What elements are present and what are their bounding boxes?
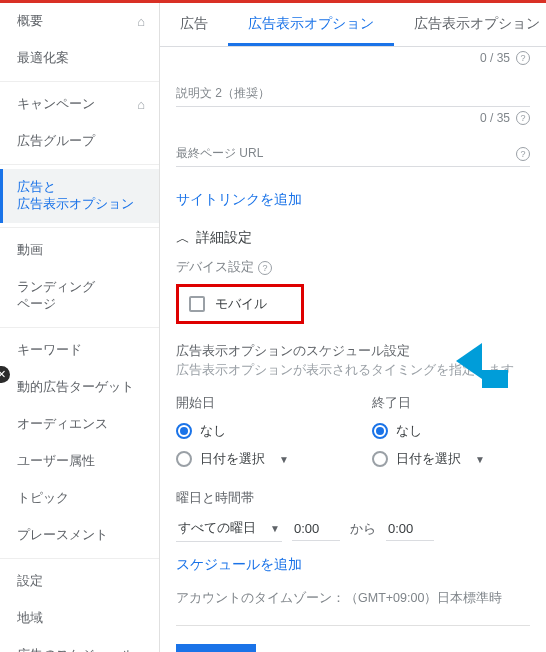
sidebar-item-label: トピック	[17, 491, 69, 505]
field-label-final-url: 最終ページ URL	[176, 145, 263, 162]
sidebar-item-label: キャンペーン	[17, 96, 95, 113]
help-icon[interactable]: ?	[516, 147, 530, 161]
mobile-checkbox-highlight: モバイル	[176, 284, 304, 324]
sidebar: 概要 ⌂ 最適化案 キャンペーン ⌂ 広告グループ 広告と 広告表示オプション …	[0, 3, 160, 652]
chevron-down-icon: ▼	[270, 523, 280, 534]
schedule-title: 広告表示オプションのスケジュール設定	[176, 342, 530, 360]
add-sitelink-link[interactable]: サイトリンクを追加	[176, 191, 302, 209]
sidebar-item-adschedule[interactable]: 広告のスケジュール	[0, 637, 159, 652]
char-counter: 0 / 35	[480, 111, 510, 125]
sidebar-item-recommendations[interactable]: 最適化案	[0, 40, 159, 77]
radio-label: なし	[200, 422, 226, 440]
radio-icon	[372, 451, 388, 467]
radio-icon	[176, 423, 192, 439]
home-icon: ⌂	[137, 14, 145, 29]
radio-label: なし	[396, 422, 422, 440]
sidebar-item-label: ページ	[17, 296, 145, 313]
time-to-input[interactable]: 0:00	[386, 517, 434, 541]
add-schedule-link[interactable]: スケジュールを追加	[176, 556, 302, 574]
dow-select-value: すべての曜日	[178, 519, 256, 537]
sidebar-divider	[0, 558, 159, 559]
chevron-up-icon: ︿	[176, 230, 190, 248]
sidebar-item-label: プレースメント	[17, 528, 108, 542]
sidebar-item-ads-extensions[interactable]: 広告と 広告表示オプション	[0, 169, 159, 223]
sidebar-item-label: 広告のスケジュール	[17, 648, 134, 652]
home-icon: ⌂	[137, 97, 145, 112]
sidebar-item-video[interactable]: 動画	[0, 232, 159, 269]
tabs: 広告 広告表示オプション 広告表示オプション（	[160, 3, 546, 47]
radio-icon	[372, 423, 388, 439]
sidebar-item-label: ランディング	[17, 280, 95, 294]
sidebar-item-label: オーディエンス	[17, 417, 108, 431]
divider	[176, 625, 530, 626]
sidebar-item-label: 最適化案	[17, 51, 69, 65]
dow-label: 曜日と時間帯	[176, 490, 530, 507]
radio-icon	[176, 451, 192, 467]
tab-ad-extensions[interactable]: 広告表示オプション	[228, 3, 394, 46]
chevron-down-icon: ▼	[279, 454, 289, 465]
save-button[interactable]: 保存	[176, 644, 256, 652]
from-label: から	[350, 520, 376, 538]
sidebar-item-locations[interactable]: 地域	[0, 600, 159, 637]
dow-select[interactable]: すべての曜日 ▼	[176, 515, 282, 542]
radio-label: 日付を選択	[396, 450, 461, 468]
chevron-down-icon: ▼	[475, 454, 485, 465]
sidebar-item-audiences[interactable]: オーディエンス	[0, 406, 159, 443]
tab-ad-extensions-2[interactable]: 広告表示オプション（	[394, 3, 546, 46]
start-radio-none[interactable]: なし	[176, 422, 316, 440]
sidebar-item-label: 設定	[17, 574, 43, 588]
radio-label: 日付を選択	[200, 450, 265, 468]
char-counter: 0 / 35	[480, 51, 510, 65]
sidebar-item-label: ユーザー属性	[17, 454, 95, 468]
sidebar-item-placements[interactable]: プレースメント	[0, 517, 159, 554]
field-label-desc2: 説明文 2（推奨）	[176, 85, 270, 102]
start-radio-date[interactable]: 日付を選択 ▼	[176, 450, 316, 468]
sidebar-item-label: 広告表示オプション	[17, 196, 145, 213]
timezone-note: アカウントのタイムゾーン：（GMT+09:00）日本標準時	[176, 590, 530, 607]
tab-ads[interactable]: 広告	[160, 3, 228, 46]
sidebar-divider	[0, 327, 159, 328]
mobile-checkbox-label: モバイル	[215, 295, 267, 313]
sidebar-divider	[0, 227, 159, 228]
sidebar-item-label: 広告と	[17, 180, 56, 194]
help-icon[interactable]: ?	[516, 51, 530, 65]
sidebar-item-keywords[interactable]: キーワード	[0, 332, 159, 369]
advanced-settings-toggle[interactable]: ︿ 詳細設定	[176, 229, 530, 247]
sidebar-item-label: 地域	[17, 611, 43, 625]
advanced-settings-label: 詳細設定	[196, 229, 252, 247]
sidebar-item-label: キーワード	[17, 343, 82, 357]
sidebar-item-settings[interactable]: 設定	[0, 563, 159, 600]
sidebar-item-adgroups[interactable]: 広告グループ	[0, 123, 159, 160]
sidebar-item-label: 動的広告ターゲット	[17, 380, 134, 394]
content: 0 / 35 ? 説明文 2（推奨） 0 / 35 ? 最終ページ URL ?	[160, 47, 546, 652]
end-radio-none[interactable]: なし	[372, 422, 512, 440]
sidebar-item-landing[interactable]: ランディング ページ	[0, 269, 159, 323]
sidebar-item-overview[interactable]: 概要 ⌂	[0, 3, 159, 40]
sidebar-item-label: 広告グループ	[17, 134, 95, 148]
sidebar-item-demographics[interactable]: ユーザー属性	[0, 443, 159, 480]
device-settings-label: デバイス設定	[176, 259, 254, 276]
help-icon[interactable]: ?	[516, 111, 530, 125]
schedule-subtitle: 広告表示オプションが表示されるタイミングを指定します	[176, 362, 530, 379]
sidebar-item-topics[interactable]: トピック	[0, 480, 159, 517]
sidebar-item-campaigns[interactable]: キャンペーン ⌂	[0, 86, 159, 123]
end-date-label: 終了日	[372, 395, 512, 412]
sidebar-item-label: 概要	[17, 13, 43, 30]
end-radio-date[interactable]: 日付を選択 ▼	[372, 450, 512, 468]
help-icon[interactable]: ?	[258, 261, 272, 275]
sidebar-divider	[0, 164, 159, 165]
sidebar-item-label: 動画	[17, 243, 43, 257]
start-date-label: 開始日	[176, 395, 316, 412]
sidebar-item-dynamic[interactable]: 動的広告ターゲット	[0, 369, 159, 406]
sidebar-divider	[0, 81, 159, 82]
mobile-checkbox[interactable]	[189, 296, 205, 312]
time-from-input[interactable]: 0:00	[292, 517, 340, 541]
